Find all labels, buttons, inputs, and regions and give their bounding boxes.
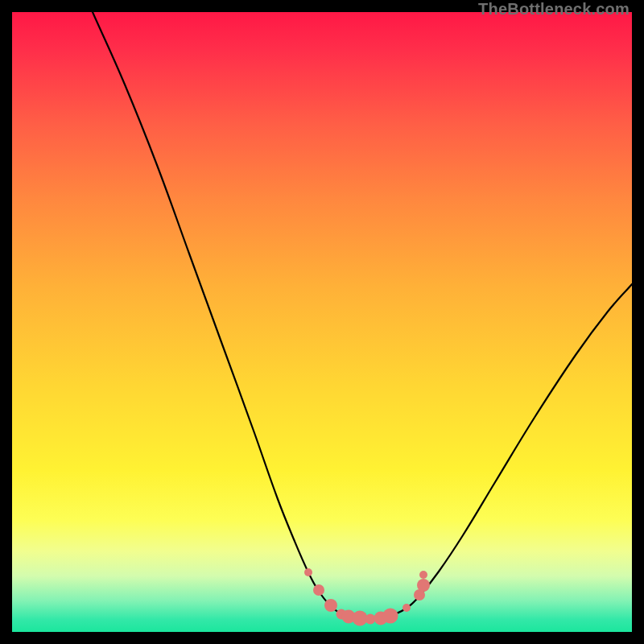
bottleneck-chart — [12, 12, 632, 632]
curve-marker — [383, 609, 398, 624]
curve-marker — [419, 571, 427, 579]
curve-marker — [313, 584, 324, 596]
curve-marker — [417, 579, 430, 592]
curve-marker — [402, 604, 411, 612]
curve-marker — [304, 568, 312, 576]
bottleneck-curve-line — [93, 12, 632, 619]
curve-marker — [324, 599, 337, 612]
curve-marker — [365, 614, 376, 625]
